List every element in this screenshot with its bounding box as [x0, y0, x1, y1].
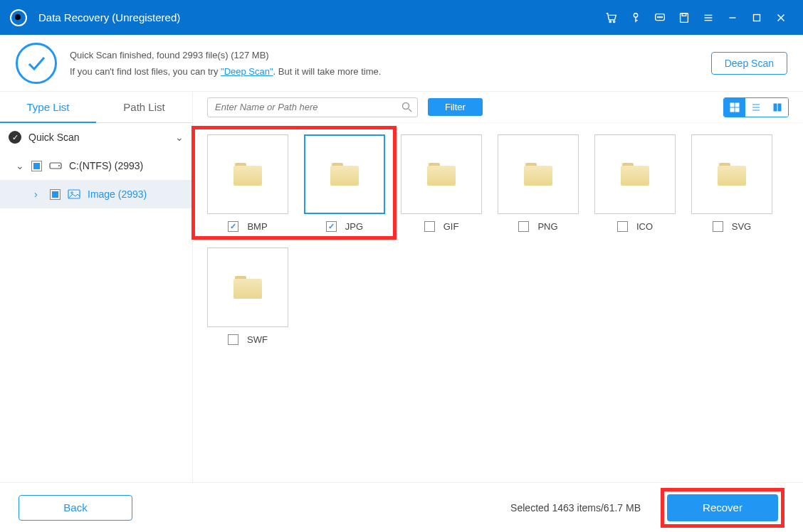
view-list-button[interactable]: [745, 98, 767, 117]
svg-rect-17: [754, 14, 760, 21]
tree-image-node[interactable]: › Image (2993): [0, 180, 192, 208]
chevron-down-icon: ⌄: [175, 132, 184, 143]
svg-point-21: [58, 165, 60, 166]
svg-rect-34: [778, 104, 781, 111]
item-checkbox[interactable]: [228, 221, 238, 232]
folder-item: GIF: [401, 134, 482, 232]
footer: Back Selected 1463 items/61.7 MB Recover: [0, 482, 803, 532]
deep-scan-link[interactable]: "Deep Scan": [221, 66, 273, 77]
folder-icon: [233, 163, 262, 186]
folder-icon: [718, 163, 746, 186]
item-label: PNG: [537, 221, 557, 232]
svg-point-9: [659, 16, 660, 17]
view-detail-button[interactable]: [767, 98, 788, 117]
svg-rect-26: [730, 103, 734, 107]
folder-thumbnail[interactable]: [401, 134, 482, 214]
folder-item: SWF: [207, 248, 288, 345]
folder-item: ICO: [594, 134, 676, 232]
item-checkbox[interactable]: [713, 221, 723, 232]
sidebar: Type List Path List ✓ Quick Scan ⌄ ⌄ C:(…: [0, 92, 193, 482]
item-checkbox[interactable]: [228, 334, 238, 345]
svg-point-0: [15, 14, 21, 20]
svg-point-3: [613, 21, 614, 22]
highlight-annotation: Recover: [661, 488, 784, 528]
maximize-icon[interactable]: [745, 6, 769, 30]
folder-thumbnail[interactable]: [691, 134, 772, 214]
app-logo-icon: [10, 9, 27, 26]
folder-icon: [524, 163, 552, 186]
svg-point-8: [658, 16, 658, 17]
check-circle-icon: [16, 43, 57, 84]
selection-summary: Selected 1463 items/61.7 MB: [510, 502, 641, 514]
item-checkbox[interactable]: [424, 221, 435, 232]
image-icon: [68, 189, 80, 199]
svg-point-24: [403, 102, 409, 109]
item-checkbox[interactable]: [518, 221, 529, 232]
tab-path-list[interactable]: Path List: [96, 92, 192, 123]
folder-icon: [621, 163, 649, 186]
folder-icon: [427, 163, 456, 186]
item-label: JPG: [345, 221, 363, 232]
close-icon[interactable]: [769, 6, 793, 30]
folder-item: BMP: [207, 134, 288, 232]
folder-icon: [233, 276, 262, 299]
toolbar: Filter: [193, 92, 803, 123]
folder-thumbnail[interactable]: [207, 134, 288, 214]
minimize-icon[interactable]: [720, 6, 745, 30]
menu-icon[interactable]: [696, 6, 720, 30]
svg-rect-29: [735, 108, 739, 112]
item-label: ICO: [636, 221, 653, 232]
status-line-1: Quick Scan finished, found 2993 file(s) …: [70, 50, 381, 60]
search-input[interactable]: [207, 97, 418, 117]
item-checkbox[interactable]: [326, 221, 337, 232]
feedback-icon[interactable]: [648, 6, 672, 30]
folder-item: JPG: [304, 134, 385, 232]
item-label: SVG: [732, 221, 751, 232]
tree-drive-c[interactable]: ⌄ C:(NTFS) (2993): [0, 151, 192, 180]
svg-rect-33: [774, 104, 777, 111]
cart-icon[interactable]: [599, 6, 624, 30]
svg-rect-28: [730, 108, 734, 112]
tab-type-list[interactable]: Type List: [0, 92, 96, 123]
svg-rect-27: [735, 103, 739, 107]
search-icon[interactable]: [402, 102, 412, 115]
chevron-right-icon: ›: [34, 188, 43, 200]
svg-point-10: [661, 16, 662, 17]
back-button[interactable]: Back: [19, 495, 132, 521]
folder-thumbnail[interactable]: [498, 134, 579, 214]
view-grid-button[interactable]: [724, 98, 745, 117]
item-label: BMP: [247, 221, 267, 232]
svg-rect-11: [681, 13, 688, 22]
key-icon[interactable]: [624, 6, 648, 30]
svg-line-25: [409, 109, 411, 112]
folder-item: SVG: [691, 134, 772, 232]
recover-button[interactable]: Recover: [667, 494, 778, 521]
status-bar: Quick Scan finished, found 2993 file(s) …: [0, 35, 803, 92]
folder-item: PNG: [498, 134, 579, 232]
filter-button[interactable]: Filter: [428, 98, 483, 116]
folder-thumbnail[interactable]: [207, 248, 288, 327]
svg-rect-12: [682, 13, 686, 16]
folder-icon: [330, 163, 359, 186]
item-label: GIF: [444, 221, 459, 232]
checkbox-partial-icon[interactable]: [50, 189, 61, 200]
svg-point-4: [634, 13, 637, 16]
drive-icon: [49, 161, 62, 171]
check-dot-icon: ✓: [9, 131, 21, 144]
item-grid: BMPJPGGIFPNGICOSVGSWF: [193, 123, 803, 482]
folder-thumbnail[interactable]: [594, 134, 676, 214]
app-title: Data Recovery (Unregistered): [38, 11, 180, 23]
svg-line-1: [20, 19, 23, 22]
svg-point-2: [609, 21, 611, 22]
status-line-2: If you can't find lost files, you can tr…: [70, 66, 381, 77]
checkbox-partial-icon[interactable]: [31, 161, 42, 171]
folder-thumbnail[interactable]: [304, 134, 385, 214]
save-icon[interactable]: [672, 6, 696, 30]
titlebar: Data Recovery (Unregistered): [0, 0, 803, 35]
item-label: SWF: [247, 334, 268, 345]
chevron-down-icon: ⌄: [16, 160, 24, 171]
svg-point-23: [71, 192, 73, 194]
item-checkbox[interactable]: [617, 221, 628, 232]
tree-quick-scan[interactable]: ✓ Quick Scan ⌄: [0, 123, 192, 151]
deep-scan-button[interactable]: Deep Scan: [711, 52, 787, 75]
